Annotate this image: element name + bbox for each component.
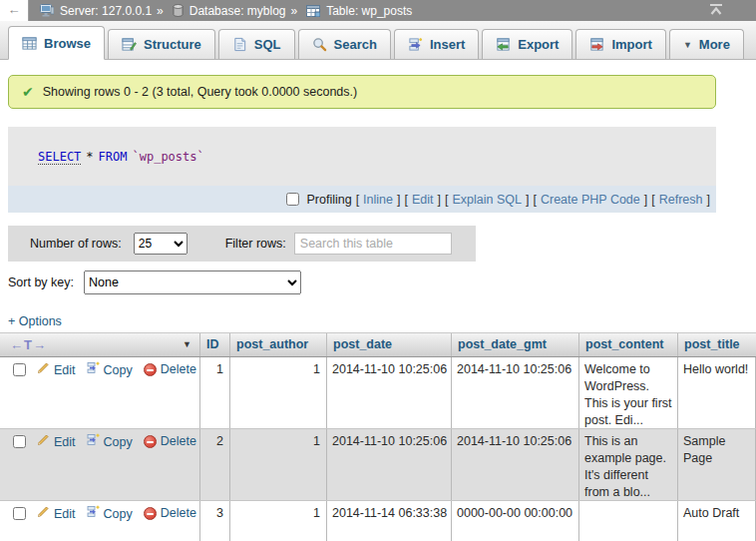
row-checkbox[interactable]: [13, 435, 26, 448]
row-checkbox[interactable]: [13, 363, 26, 376]
edit-row-link[interactable]: Edit: [37, 505, 76, 523]
number-of-rows-label: Number of rows:: [30, 237, 122, 251]
explain-sql-link[interactable]: Explain SQL: [452, 193, 521, 207]
table-icon: [306, 5, 320, 17]
delete-icon: [144, 507, 157, 520]
delete-icon: [144, 435, 157, 448]
tab-label: Export: [518, 37, 559, 52]
edit-row-link[interactable]: Edit: [37, 433, 76, 451]
profiling-checkbox[interactable]: [286, 193, 299, 206]
row-actions-cell: Edit Copy Delete: [0, 501, 200, 541]
cell-post-date: 2014-11-10 10:25:06: [327, 357, 452, 428]
table-row: Edit Copy Delete 2 1 2014-11-10 10:25:06…: [0, 429, 756, 501]
tab-insert[interactable]: Insert: [394, 29, 479, 59]
pencil-icon: [37, 361, 50, 379]
results-table: ←T→ ▼ ID post_author post_date post_date…: [0, 332, 756, 541]
copy-icon: [87, 361, 100, 379]
pencil-icon: [37, 433, 50, 451]
tab-sql[interactable]: SQL: [218, 29, 295, 59]
chevron-down-icon: ▼: [683, 40, 692, 50]
delete-row-link[interactable]: Delete: [144, 505, 196, 522]
tab-label: Search: [334, 37, 377, 52]
breadcrumb-database[interactable]: Database: myblog: [189, 4, 286, 18]
column-header-post-date-gmt[interactable]: post_date_gmt: [452, 333, 579, 356]
copy-row-link[interactable]: Copy: [87, 505, 133, 523]
transpose-icon[interactable]: ←T→: [10, 333, 47, 356]
filter-rows-input[interactable]: [294, 233, 452, 255]
options-toggle-link[interactable]: + Options: [8, 314, 62, 328]
tab-label: Insert: [430, 37, 465, 52]
header-actions-cell: ←T→ ▼: [0, 333, 200, 356]
breadcrumb-separator: »: [157, 4, 164, 18]
edit-query-link[interactable]: Edit: [412, 193, 434, 207]
tab-import[interactable]: Import: [575, 29, 665, 59]
rows-filter-bar: Number of rows: 25 Filter rows:: [8, 226, 476, 262]
row-checkbox[interactable]: [13, 507, 26, 520]
delete-icon: [144, 363, 157, 376]
tab-label: Import: [611, 37, 651, 52]
bracket: ]: [707, 193, 710, 207]
inline-link[interactable]: Inline: [363, 193, 393, 207]
column-header-post-content[interactable]: post_content: [579, 333, 678, 356]
query-result-message: ✔ Showing rows 0 - 2 (3 total, Query too…: [8, 75, 716, 109]
cell-post-date-gmt: 0000-00-00 00:00:00: [452, 501, 579, 541]
cell-id: 1: [200, 357, 230, 428]
nav-panel-toggle[interactable]: ←: [0, 0, 29, 21]
structure-icon: [122, 37, 137, 52]
collapse-topbar-icon[interactable]: [708, 3, 724, 19]
table-row: Edit Copy Delete 1 1 2014-11-10 10:25:06…: [0, 357, 756, 429]
create-php-code-link[interactable]: Create PHP Code: [541, 193, 640, 207]
breadcrumb-bar: ← Server: 127.0.0.1 » Database: myblog »…: [0, 0, 756, 21]
edit-row-link[interactable]: Edit: [37, 361, 76, 379]
cell-post-content: [579, 501, 678, 541]
bracket: [: [356, 193, 359, 207]
cell-post-date-gmt: 2014-11-10 10:25:06: [452, 429, 579, 500]
left-arrow-icon: ←: [8, 2, 21, 17]
copy-row-link[interactable]: Copy: [87, 361, 133, 379]
filter-rows-label: Filter rows:: [225, 237, 286, 251]
success-check-icon: ✔: [22, 84, 34, 100]
tab-export[interactable]: Export: [482, 29, 572, 59]
pencil-icon: [37, 505, 50, 523]
profiling-label: Profiling: [306, 193, 351, 207]
tab-more[interactable]: ▼ More: [669, 29, 744, 59]
breadcrumb-server[interactable]: Server: 127.0.0.1: [60, 4, 152, 18]
delete-row-link[interactable]: Delete: [144, 361, 196, 378]
breadcrumb-table[interactable]: Table: wp_posts: [326, 4, 412, 18]
sql-table-identifier: `wp_posts`: [133, 150, 204, 164]
sql-star: *: [86, 150, 93, 164]
tab-structure[interactable]: Structure: [108, 29, 215, 59]
cell-post-title: Auto Draft: [678, 501, 756, 541]
tab-label: Structure: [144, 37, 201, 52]
row-actions-cell: Edit Copy Delete: [0, 429, 200, 500]
tab-search[interactable]: Search: [298, 29, 391, 59]
delete-row-link[interactable]: Delete: [144, 433, 196, 450]
bracket: ]: [438, 193, 441, 207]
server-icon: [40, 4, 54, 17]
cell-post-content: Welcome to WordPress. This is your first…: [579, 357, 678, 428]
cell-post-title: Sample Page: [678, 429, 756, 500]
cell-post-date: 2014-11-10 10:25:06: [327, 429, 452, 500]
tab-browse[interactable]: Browse: [8, 26, 105, 60]
column-header-post-author[interactable]: post_author: [230, 333, 327, 356]
column-header-post-title[interactable]: post_title: [678, 333, 756, 356]
column-header-post-date[interactable]: post_date: [327, 333, 452, 356]
number-of-rows-select[interactable]: 25: [134, 233, 188, 255]
bracket: ]: [526, 193, 529, 207]
sort-by-key-select[interactable]: None: [84, 270, 301, 294]
table-header-row: ←T→ ▼ ID post_author post_date post_date…: [0, 332, 756, 357]
refresh-link[interactable]: Refresh: [659, 193, 703, 207]
cell-post-content: This is an example page. It's different …: [579, 429, 678, 500]
phpmyadmin-browse-screen: ← Server: 127.0.0.1 » Database: myblog »…: [0, 0, 756, 541]
cell-post-author: 1: [230, 429, 327, 500]
tab-label: More: [699, 37, 730, 52]
column-header-id[interactable]: ID: [200, 333, 230, 356]
bracket: [: [651, 193, 654, 207]
tab-label: Browse: [44, 36, 91, 51]
copy-row-link[interactable]: Copy: [87, 433, 133, 451]
breadcrumb: Server: 127.0.0.1 » Database: myblog » T…: [36, 0, 412, 21]
browse-icon: [22, 36, 37, 51]
bracket: [: [533, 193, 536, 207]
sort-caret-icon[interactable]: ▼: [183, 333, 191, 356]
sql-keyword-select[interactable]: SELECT: [38, 150, 81, 164]
